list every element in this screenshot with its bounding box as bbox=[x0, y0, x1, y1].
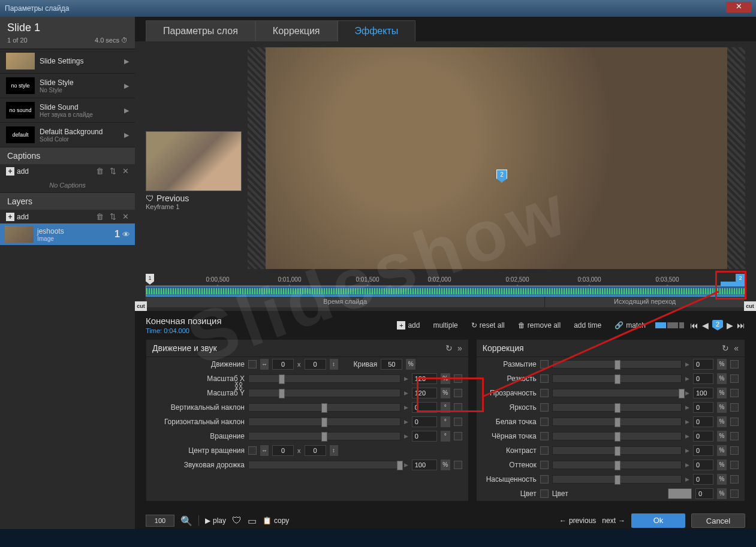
htilt-input[interactable] bbox=[412, 416, 437, 427]
timeline-track[interactable] bbox=[146, 286, 745, 297]
scaley-slider[interactable] bbox=[248, 389, 400, 397]
color-enable-check[interactable] bbox=[540, 489, 549, 498]
corr-enable-3[interactable] bbox=[540, 403, 549, 412]
sidebar-item-background[interactable]: defaultDefault BackgroundSolid Color▶ bbox=[0, 122, 135, 147]
move-check[interactable] bbox=[248, 360, 257, 368]
curve-input[interactable] bbox=[381, 359, 402, 370]
corr-input-1[interactable] bbox=[693, 373, 713, 384]
corr-check-8[interactable] bbox=[730, 475, 739, 483]
corr-check-5[interactable] bbox=[730, 432, 739, 440]
scaley-input[interactable] bbox=[412, 388, 437, 398]
color-input[interactable] bbox=[695, 488, 713, 499]
cancel-button[interactable]: Cancel bbox=[691, 513, 745, 528]
scalex-slider[interactable] bbox=[248, 374, 400, 383]
expand-icon[interactable]: » bbox=[457, 343, 462, 353]
trash-icon[interactable]: 🗑 bbox=[96, 167, 104, 176]
remove-all-button[interactable]: 🗑remove all bbox=[514, 320, 564, 331]
link-scale-icon[interactable]: ⛓ bbox=[234, 381, 243, 392]
vtilt-slider[interactable] bbox=[248, 403, 400, 412]
eye-icon[interactable]: 👁 bbox=[122, 230, 130, 239]
audio-check[interactable] bbox=[454, 461, 462, 469]
sort-icon[interactable]: ⇅ bbox=[110, 212, 116, 221]
layer-item[interactable]: jeshootsImage 1 👁 bbox=[0, 223, 135, 245]
corr-slider-6[interactable] bbox=[552, 446, 682, 455]
corr-check-1[interactable] bbox=[730, 374, 739, 383]
center-x-input[interactable] bbox=[272, 445, 294, 456]
center-check[interactable] bbox=[248, 446, 257, 455]
add-keyframe-button[interactable]: +add bbox=[393, 320, 423, 331]
color-check[interactable] bbox=[730, 489, 739, 498]
cut-left-button[interactable]: cut bbox=[135, 301, 147, 311]
corr-check-7[interactable] bbox=[730, 461, 739, 469]
corr-slider-0[interactable] bbox=[552, 360, 682, 368]
audio-input[interactable] bbox=[412, 460, 437, 470]
cut-right-button[interactable]: cut bbox=[744, 301, 756, 311]
sidebar-item-style[interactable]: no styleSlide StyleNo Style▶ bbox=[0, 73, 135, 98]
corr-slider-2[interactable] bbox=[552, 389, 682, 397]
corr-enable-5[interactable] bbox=[540, 432, 549, 440]
timeline[interactable]: 0:00,500 0:01,000 0:01,500 0:02,000 0:02… bbox=[135, 275, 756, 311]
corr-slider-8[interactable] bbox=[552, 475, 682, 483]
corr-slider-4[interactable] bbox=[552, 418, 682, 426]
search-icon[interactable]: 🔍 bbox=[180, 515, 192, 527]
corr-input-2[interactable] bbox=[693, 388, 713, 398]
corr-input-6[interactable] bbox=[693, 445, 713, 456]
copy-button[interactable]: 📋copy bbox=[263, 516, 289, 525]
corr-input-5[interactable] bbox=[693, 431, 713, 442]
nav-prev-icon[interactable]: ◀ bbox=[702, 321, 709, 330]
sidebar-item-settings[interactable]: Slide Settings▶ bbox=[0, 49, 135, 73]
corr-check-6[interactable] bbox=[730, 446, 739, 455]
multiple-button[interactable]: multiple bbox=[429, 320, 461, 331]
rot-check[interactable] bbox=[454, 432, 462, 440]
color-swatch[interactable] bbox=[668, 488, 692, 499]
corr-enable-4[interactable] bbox=[540, 418, 549, 426]
view-mode-1[interactable] bbox=[655, 322, 666, 328]
preview-main[interactable]: 2 bbox=[248, 47, 745, 269]
sidebar-item-sound[interactable]: no soundSlide SoundНет звука в слайде▶ bbox=[0, 98, 135, 122]
scalex-input[interactable] bbox=[412, 373, 437, 384]
timeline-start-marker[interactable]: 1 bbox=[146, 274, 154, 285]
vtilt-check[interactable] bbox=[454, 403, 462, 412]
corr-slider-5[interactable] bbox=[552, 432, 682, 440]
move-x-input[interactable] bbox=[272, 359, 294, 370]
tab-correction[interactable]: Коррекция bbox=[255, 20, 338, 41]
rot-input[interactable] bbox=[412, 431, 437, 442]
corr-input-4[interactable] bbox=[693, 416, 713, 427]
corr-enable-6[interactable] bbox=[540, 446, 549, 455]
reset-all-button[interactable]: ↻reset all bbox=[468, 320, 508, 331]
ok-button[interactable]: Ok bbox=[631, 513, 685, 528]
tab-layer-params[interactable]: Параметры слоя bbox=[146, 20, 255, 41]
trash-icon[interactable]: 🗑 bbox=[96, 212, 104, 221]
htilt-slider[interactable] bbox=[248, 418, 400, 426]
corr-enable-8[interactable] bbox=[540, 475, 549, 483]
rot-slider[interactable] bbox=[248, 432, 400, 440]
view-mode-2[interactable] bbox=[667, 322, 678, 328]
play-button[interactable]: ▶play bbox=[205, 516, 226, 525]
tools-icon[interactable]: ✕ bbox=[122, 167, 129, 176]
corr-check-3[interactable] bbox=[730, 403, 739, 412]
corr-check-2[interactable] bbox=[730, 389, 739, 397]
corr-slider-3[interactable] bbox=[552, 403, 682, 412]
view-mode-3[interactable] bbox=[679, 322, 684, 328]
corr-enable-7[interactable] bbox=[540, 461, 549, 469]
next-button[interactable]: next→ bbox=[602, 516, 625, 525]
htilt-check[interactable] bbox=[454, 418, 462, 426]
add-caption-button[interactable]: +add bbox=[6, 167, 29, 176]
add-time-button[interactable]: add time bbox=[570, 320, 605, 331]
move-y-input[interactable] bbox=[305, 359, 326, 370]
tab-effects[interactable]: Эффекты bbox=[338, 20, 416, 41]
audio-slider[interactable] bbox=[248, 461, 400, 469]
corr-slider-7[interactable] bbox=[552, 461, 682, 469]
vtilt-input[interactable] bbox=[412, 402, 437, 413]
zoom-input[interactable] bbox=[146, 515, 174, 527]
corr-slider-1[interactable] bbox=[552, 374, 682, 383]
corr-input-8[interactable] bbox=[693, 474, 713, 485]
corr-input-0[interactable] bbox=[693, 359, 713, 370]
corr-check-0[interactable] bbox=[730, 360, 739, 368]
previous-button[interactable]: ←previous bbox=[559, 516, 596, 525]
corr-input-3[interactable] bbox=[693, 402, 713, 413]
add-layer-button[interactable]: +add bbox=[6, 213, 29, 221]
corr-input-7[interactable] bbox=[693, 460, 713, 470]
center-y-input[interactable] bbox=[305, 445, 326, 456]
refresh-icon[interactable]: ↻ bbox=[445, 343, 453, 353]
